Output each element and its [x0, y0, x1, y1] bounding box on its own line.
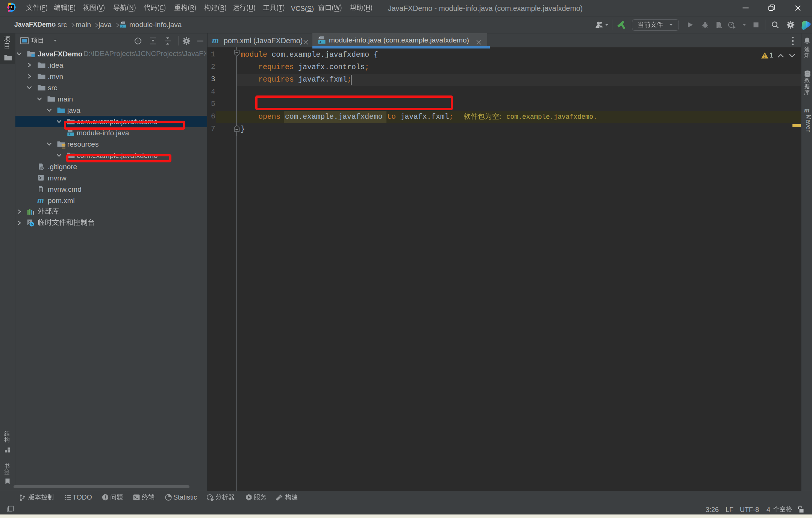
- svg-text:m: m: [212, 36, 219, 45]
- svg-text:m: m: [804, 107, 810, 114]
- svg-text:J: J: [319, 40, 321, 44]
- svg-text:IJ: IJ: [9, 6, 12, 9]
- svg-text:m: m: [37, 196, 44, 204]
- svg-text:J: J: [121, 25, 123, 28]
- svg-text:J: J: [68, 133, 70, 136]
